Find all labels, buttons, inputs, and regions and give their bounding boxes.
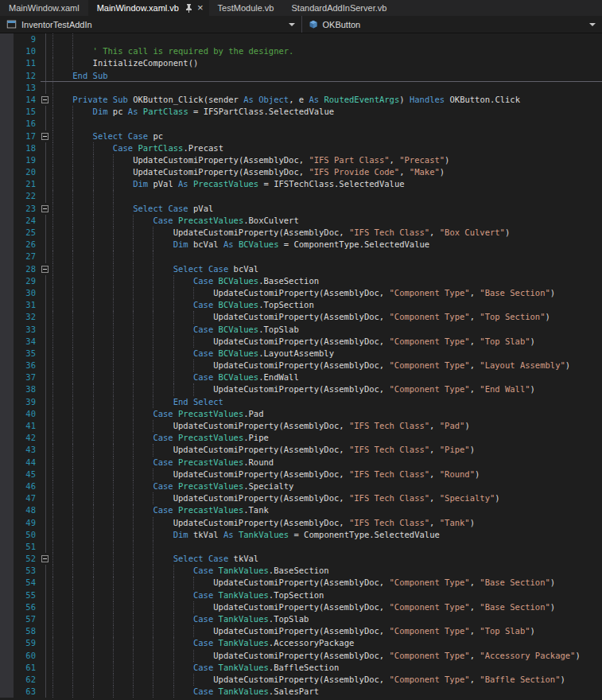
indicator-margin[interactable] — [0, 371, 14, 383]
indicator-margin[interactable] — [0, 601, 14, 613]
code-text[interactable]: UpdateCustomiProperty(AssemblyDoc, "Comp… — [52, 625, 602, 637]
indicator-margin[interactable] — [0, 469, 14, 480]
indicator-margin[interactable] — [0, 662, 14, 674]
indicator-margin[interactable] — [0, 275, 14, 287]
indicator-margin[interactable] — [0, 444, 14, 456]
code-text[interactable]: UpdateCustomiProperty(AssemblyDoc, "Comp… — [52, 577, 602, 589]
fold-collapse-icon[interactable] — [41, 205, 49, 212]
tab-testmodule-vb[interactable]: TestModule.vb — [209, 0, 283, 16]
code-text[interactable]: UpdateCustomiProperty(AssemblyDoc, "Comp… — [52, 287, 602, 299]
indicator-margin[interactable] — [0, 227, 14, 239]
indicator-margin[interactable] — [0, 130, 14, 142]
indicator-margin[interactable] — [0, 650, 14, 662]
indicator-margin[interactable] — [0, 504, 14, 516]
code-text[interactable]: Case BCValues.EndWall — [52, 371, 602, 383]
indicator-margin[interactable] — [0, 613, 14, 625]
indicator-margin[interactable] — [0, 529, 14, 541]
pin-icon[interactable] — [185, 4, 192, 13]
tab-mainwindow-xaml[interactable]: MainWindow.xaml — [0, 0, 88, 16]
code-text[interactable]: Select Case pVal — [52, 203, 602, 215]
code-text[interactable]: UpdateCustomiProperty(AssemblyDoc, "IFS … — [52, 517, 602, 529]
code-text[interactable] — [52, 541, 602, 553]
indicator-margin[interactable] — [0, 70, 14, 82]
indicator-margin[interactable] — [0, 553, 14, 565]
indicator-margin[interactable] — [0, 480, 14, 492]
indicator-margin[interactable] — [0, 360, 14, 371]
code-text[interactable]: Case BCValues.BaseSection — [52, 275, 602, 287]
code-text[interactable]: UpdateCustomiProperty(AssemblyDoc, "IFS … — [52, 166, 602, 178]
code-text[interactable]: Case PrecastValues.Tank — [52, 504, 602, 516]
indicator-margin[interactable] — [0, 674, 14, 686]
code-text[interactable]: UpdateCustomiProperty(AssemblyDoc, "IFS … — [52, 444, 602, 456]
code-text[interactable]: UpdateCustomiProperty(AssemblyDoc, "Comp… — [52, 650, 602, 662]
indicator-margin[interactable] — [0, 142, 14, 154]
code-text[interactable] — [52, 33, 602, 45]
code-text[interactable]: UpdateCustomiProperty(AssemblyDoc, "Comp… — [52, 674, 602, 686]
indicator-margin[interactable] — [0, 348, 14, 360]
scope-dropdown[interactable]: InventorTestAddIn — [0, 16, 301, 33]
code-text[interactable]: Case PrecastValues.Specialty — [52, 480, 602, 492]
member-dropdown[interactable]: OKButton — [301, 16, 602, 33]
indicator-margin[interactable] — [0, 408, 14, 420]
indicator-margin[interactable] — [0, 251, 14, 262]
code-text[interactable]: UpdateCustomiProperty(AssemblyDoc, "IFS … — [52, 227, 602, 239]
code-text[interactable]: Case TankValues.BaffleSection — [52, 662, 602, 674]
code-text[interactable]: UpdateCustomiProperty(AssemblyDoc, "Comp… — [52, 360, 602, 371]
indicator-margin[interactable] — [0, 106, 14, 118]
code-text[interactable]: End Sub — [52, 70, 602, 82]
indicator-margin[interactable] — [0, 336, 14, 348]
indicator-margin[interactable] — [0, 178, 14, 190]
code-text[interactable]: UpdateCustomiProperty(AssemblyDoc, "Comp… — [52, 311, 602, 323]
tab-standardaddinserver-vb[interactable]: StandardAddInServer.vb — [283, 0, 396, 16]
indicator-margin[interactable] — [0, 517, 14, 529]
indicator-margin[interactable] — [0, 239, 14, 251]
code-text[interactable]: Private Sub OKButton_Click(sender As Obj… — [52, 94, 602, 106]
indicator-margin[interactable] — [0, 625, 14, 637]
code-text[interactable]: Case PartClass.Precast — [52, 142, 602, 154]
indicator-margin[interactable] — [0, 396, 14, 408]
indicator-margin[interactable] — [0, 686, 14, 698]
code-text[interactable] — [52, 82, 602, 94]
code-text[interactable] — [52, 251, 602, 262]
fold-collapse-icon[interactable] — [41, 555, 49, 562]
code-text[interactable]: Select Case pc — [52, 130, 602, 142]
code-text[interactable] — [52, 190, 602, 202]
indicator-margin[interactable] — [0, 57, 14, 69]
code-text[interactable]: Case BCValues.TopSection — [52, 299, 602, 311]
indicator-margin[interactable] — [0, 492, 14, 504]
indicator-margin[interactable] — [0, 589, 14, 601]
code-text[interactable]: UpdateCustomiProperty(AssemblyDoc, "Comp… — [52, 336, 602, 348]
code-text[interactable]: Case TankValues.AccessoryPackage — [52, 637, 602, 649]
code-text[interactable]: Case PrecastValues.Pipe — [52, 432, 602, 444]
code-text[interactable]: Case TankValues.TopSection — [52, 589, 602, 601]
indicator-margin[interactable] — [0, 577, 14, 589]
indicator-margin[interactable] — [0, 637, 14, 649]
code-text[interactable]: UpdateCustomiProperty(AssemblyDoc, "IFS … — [52, 420, 602, 432]
tab-mainwindow-xaml-vb[interactable]: MainWindow.xaml.vb× — [88, 0, 209, 16]
code-text[interactable]: Case TankValues.TopSlab — [52, 613, 602, 625]
code-text[interactable]: Case PrecastValues.Pad — [52, 408, 602, 420]
indicator-margin[interactable] — [0, 420, 14, 432]
code-text[interactable]: ' This call is required by the designer. — [52, 45, 602, 57]
indicator-margin[interactable] — [0, 215, 14, 227]
code-text[interactable]: Case PrecastValues.BoxCulvert — [52, 215, 602, 227]
code-text[interactable]: Dim pVal As PrecastValues = IFSTechClass… — [52, 178, 602, 190]
code-text[interactable]: UpdateCustomiProperty(AssemblyDoc, "Comp… — [52, 383, 602, 395]
indicator-margin[interactable] — [0, 94, 14, 106]
close-icon[interactable]: × — [197, 4, 204, 12]
indicator-margin[interactable] — [0, 432, 14, 444]
fold-collapse-icon[interactable] — [41, 133, 49, 140]
indicator-margin[interactable] — [0, 190, 14, 202]
code-text[interactable]: Case TankValues.SalesPart — [52, 686, 602, 698]
indicator-margin[interactable] — [0, 118, 14, 130]
indicator-margin[interactable] — [0, 154, 14, 166]
code-text[interactable]: Case PrecastValues.Round — [52, 457, 602, 469]
code-text[interactable]: Case BCValues.TopSlab — [52, 324, 602, 336]
indicator-margin[interactable] — [0, 166, 14, 178]
code-text[interactable]: UpdateCustomiProperty(AssemblyDoc, "IFS … — [52, 492, 602, 504]
indicator-margin[interactable] — [0, 263, 14, 275]
code-text[interactable]: Dim tkVal As TankValues = ComponentType.… — [52, 529, 602, 541]
code-text[interactable]: Case BCValues.LayoutAssembly — [52, 348, 602, 360]
indicator-margin[interactable] — [0, 203, 14, 215]
code-text[interactable]: Select Case tkVal — [52, 553, 602, 565]
